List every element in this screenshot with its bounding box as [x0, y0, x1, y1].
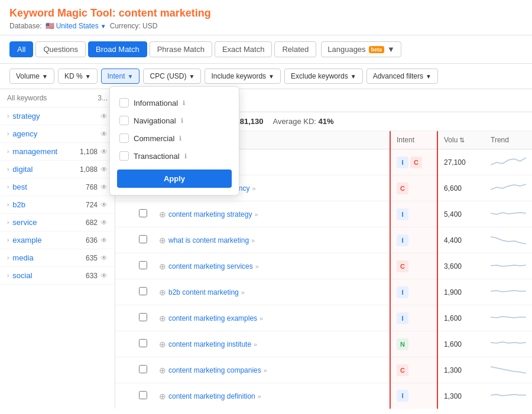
keyword-link[interactable]: ⊕ b2b content marketing »	[159, 288, 384, 297]
row-expand[interactable]	[115, 227, 133, 253]
filter-include-keywords[interactable]: Include keywords ▼	[205, 69, 281, 84]
intent-option-commercial[interactable]: Commercial ℹ	[117, 129, 232, 147]
row-checkbox[interactable]	[133, 201, 153, 227]
row-expand[interactable]	[115, 201, 133, 227]
row-checkbox[interactable]	[133, 383, 153, 409]
row-select-checkbox[interactable]	[139, 313, 147, 321]
sidebar: All keywords 3... › strategy 👁 › agency	[0, 89, 115, 409]
chevron-right-icon: ›	[7, 272, 9, 279]
trend-chart	[491, 258, 526, 272]
sidebar-item-management[interactable]: › management 1,108 👁	[0, 143, 115, 161]
keyword-link[interactable]: ⊕ what is content marketing »	[159, 236, 384, 245]
tab-questions[interactable]: Questions	[35, 41, 86, 57]
row-expand[interactable]	[115, 383, 133, 409]
keyword-link[interactable]: ⊕ content marketing strategy »	[159, 210, 384, 219]
row-select-checkbox[interactable]	[139, 339, 147, 347]
trend-chart	[491, 232, 526, 246]
sidebar-item-example[interactable]: › example 636 👁	[0, 232, 115, 249]
keyword-link[interactable]: ⊕ content marketing examples »	[159, 314, 384, 323]
intent-option-transactional[interactable]: Transactional ℹ	[117, 147, 232, 165]
volume-sort[interactable]: Volu ⇅	[444, 136, 479, 144]
sidebar-item-digital[interactable]: › digital 1,088 👁	[0, 161, 115, 178]
tab-related[interactable]: Related	[274, 41, 316, 57]
row-select-checkbox[interactable]	[139, 261, 147, 269]
intent-badges: I	[397, 390, 431, 402]
filter-kd[interactable]: KD % ▼	[58, 69, 98, 84]
eye-icon[interactable]: 👁	[100, 130, 108, 138]
informational-checkbox[interactable]	[119, 98, 129, 107]
chevron-right-icon: ›	[7, 219, 9, 226]
row-checkbox[interactable]	[133, 279, 153, 305]
row-checkbox[interactable]	[133, 305, 153, 331]
eye-icon[interactable]: 👁	[100, 272, 108, 280]
row-expand[interactable]	[115, 279, 133, 305]
keyword-link[interactable]: ⊕ content marketing services »	[159, 262, 384, 271]
info-icon[interactable]: ℹ	[184, 152, 187, 160]
row-select-checkbox[interactable]	[139, 209, 147, 217]
row-checkbox[interactable]	[133, 357, 153, 383]
tab-exact-match[interactable]: Exact Match	[215, 41, 273, 57]
row-intent: I	[390, 279, 437, 305]
row-trend	[485, 227, 532, 253]
transactional-label: Transactional	[134, 152, 180, 161]
filter-volume-label: Volume	[16, 72, 40, 80]
eye-icon[interactable]: 👁	[100, 165, 108, 174]
commercial-checkbox[interactable]	[119, 133, 129, 143]
keyword-link[interactable]: ⊕ content marketing definition »	[159, 392, 384, 401]
eye-icon[interactable]: 👁	[100, 201, 108, 209]
keyword-link[interactable]: ⊕ content marketing institute »	[159, 340, 384, 349]
sidebar-item-service[interactable]: › service 682 👁	[0, 214, 115, 232]
sort-icon: ⇅	[459, 136, 465, 144]
row-checkbox[interactable]	[133, 253, 153, 279]
chevron-right-icon: ›	[7, 148, 9, 155]
col-volume[interactable]: Volu ⇅	[437, 131, 485, 149]
navigational-checkbox[interactable]	[119, 116, 129, 125]
row-expand[interactable]	[115, 253, 133, 279]
tab-phrase-match[interactable]: Phrase Match	[150, 41, 212, 57]
eye-icon[interactable]: 👁	[100, 254, 108, 262]
row-expand[interactable]	[115, 305, 133, 331]
filter-exclude-keywords[interactable]: Exclude keywords ▼	[284, 69, 363, 84]
row-trend	[485, 253, 532, 279]
chevron-down-icon: ▼	[426, 73, 432, 80]
eye-icon[interactable]: 👁	[100, 148, 108, 156]
filter-advanced[interactable]: Advanced filters ▼	[366, 69, 438, 84]
eye-icon[interactable]: 👁	[100, 183, 108, 191]
chevron-down-icon: ▼	[351, 73, 356, 80]
sidebar-item-agency[interactable]: › agency 👁	[0, 125, 115, 143]
sidebar-item-best[interactable]: › best 768 👁	[0, 178, 115, 196]
row-expand[interactable]	[115, 331, 133, 357]
country-selector[interactable]: 🇺🇸 United States ▼	[46, 22, 106, 30]
languages-button[interactable]: Languages beta ▼	[321, 41, 401, 57]
row-volume: 1,300	[437, 383, 485, 409]
row-select-checkbox[interactable]	[139, 287, 147, 295]
filter-volume[interactable]: Volume ▼	[9, 69, 54, 84]
eye-icon[interactable]: 👁	[100, 236, 108, 245]
sidebar-item-media[interactable]: › media 635 👁	[0, 249, 115, 267]
row-select-checkbox[interactable]	[139, 235, 147, 243]
sidebar-item-strategy[interactable]: › strategy 👁	[0, 107, 115, 125]
row-keyword: ⊕ content marketing strategy »	[153, 201, 390, 227]
eye-icon[interactable]: 👁	[100, 219, 108, 227]
transactional-checkbox[interactable]	[119, 151, 129, 161]
filter-cpc[interactable]: CPC (USD) ▼	[143, 69, 201, 84]
info-icon[interactable]: ℹ	[179, 135, 181, 142]
row-expand[interactable]	[115, 357, 133, 383]
info-icon[interactable]: ℹ	[183, 99, 185, 107]
row-checkbox[interactable]	[133, 331, 153, 357]
row-select-checkbox[interactable]	[139, 365, 147, 373]
tab-all[interactable]: All	[9, 41, 33, 57]
info-icon[interactable]: ℹ	[181, 117, 183, 125]
intent-option-navigational[interactable]: Navigational ℹ	[117, 112, 232, 129]
sidebar-item-social[interactable]: › social 633 👁	[0, 267, 115, 285]
sidebar-item-b2b[interactable]: › b2b 724 👁	[0, 196, 115, 214]
row-select-checkbox[interactable]	[139, 391, 147, 399]
row-volume: 27,100	[437, 149, 485, 175]
row-checkbox[interactable]	[133, 227, 153, 253]
intent-option-informational[interactable]: Informational ℹ	[117, 94, 232, 112]
apply-button[interactable]: Apply	[117, 169, 232, 188]
filter-intent[interactable]: Intent ▼	[101, 69, 140, 84]
eye-icon[interactable]: 👁	[100, 112, 108, 120]
tab-broad-match[interactable]: Broad Match	[88, 41, 147, 57]
keyword-link[interactable]: ⊕ content marketing companies »	[159, 366, 384, 375]
